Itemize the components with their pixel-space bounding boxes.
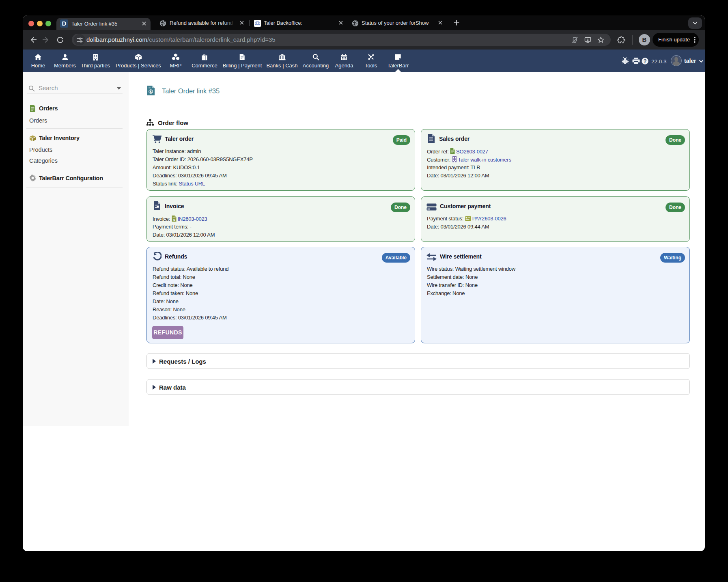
svg-text:$: $ (150, 90, 152, 94)
svg-text:?: ? (644, 58, 647, 64)
